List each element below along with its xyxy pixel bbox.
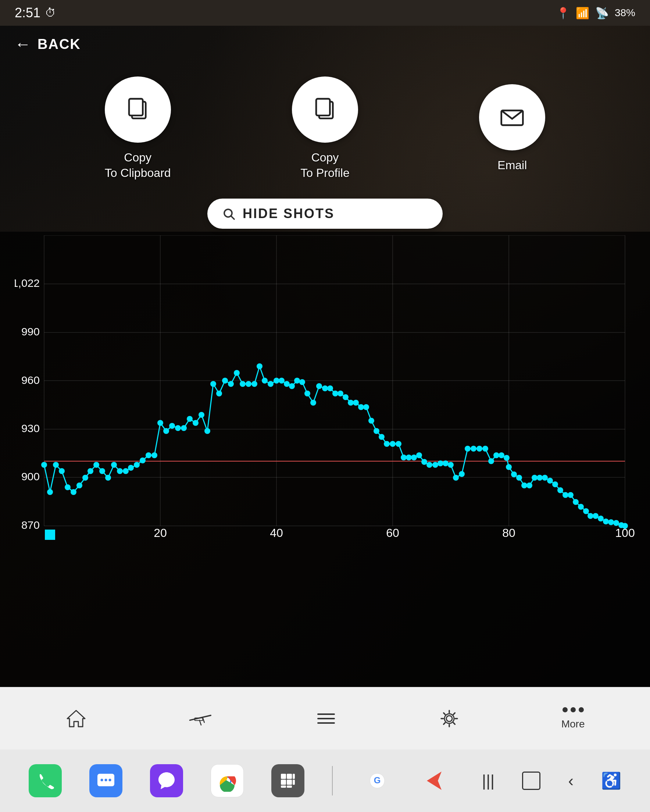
- copy-clipboard-circle: [105, 76, 171, 143]
- home-icon: [65, 708, 87, 730]
- search-icon: [222, 207, 235, 220]
- svg-point-36: [108, 779, 111, 781]
- data-point: [416, 452, 422, 458]
- list-icon: [315, 708, 337, 730]
- nav-rifle[interactable]: [188, 708, 214, 730]
- data-point: [65, 484, 70, 490]
- nav-home[interactable]: [65, 708, 87, 730]
- top-nav: ← BACK: [0, 26, 650, 63]
- data-point: [426, 462, 432, 468]
- svg-text:G: G: [374, 775, 380, 785]
- data-point: [316, 383, 322, 389]
- phone-app-icon[interactable]: [29, 764, 62, 797]
- data-point: [252, 381, 257, 387]
- data-point: [53, 462, 59, 468]
- data-point: [353, 400, 359, 406]
- arrow-app-icon[interactable]: [421, 764, 455, 797]
- data-point: [557, 487, 563, 493]
- more-label: More: [562, 718, 585, 730]
- timer-icon: ⏱: [45, 7, 56, 19]
- data-point: [262, 378, 268, 383]
- data-point: [476, 446, 482, 452]
- data-point: [333, 391, 338, 397]
- nav-list[interactable]: [315, 708, 337, 730]
- data-point: [93, 462, 99, 468]
- data-point: [603, 519, 609, 524]
- grid-app-icon[interactable]: [271, 764, 304, 797]
- copy-clipboard-action[interactable]: Copy To Clipboard: [105, 76, 171, 180]
- data-point: [240, 381, 246, 387]
- data-point: [598, 516, 604, 522]
- data-point: [593, 513, 598, 519]
- data-point: [578, 504, 584, 510]
- data-point: [111, 462, 117, 468]
- y-label-1022: 1,022: [15, 277, 40, 289]
- data-point: [587, 513, 594, 519]
- svg-point-30: [446, 716, 452, 722]
- system-nav: G ||| ‹ ♿: [0, 749, 650, 812]
- accessibility-button[interactable]: ♿: [601, 771, 621, 790]
- data-point: [175, 425, 181, 431]
- x-label-20: 20: [154, 526, 167, 539]
- data-point: [516, 475, 522, 481]
- y-label-900: 900: [21, 470, 40, 482]
- copy-profile-action[interactable]: Copy To Profile: [292, 76, 358, 180]
- home-button[interactable]: [522, 772, 540, 790]
- data-point: [506, 464, 512, 470]
- data-point: [279, 378, 285, 383]
- svg-line-6: [231, 216, 234, 219]
- signal-icon: 📡: [595, 7, 609, 20]
- data-point: [87, 468, 93, 474]
- data-point: [552, 481, 558, 487]
- data-point: [99, 468, 105, 474]
- data-point: [59, 468, 65, 474]
- svg-rect-44: [293, 780, 295, 785]
- data-point: [198, 412, 204, 418]
- data-point: [70, 489, 76, 495]
- svg-marker-22: [67, 710, 85, 727]
- data-point: [448, 462, 454, 468]
- data-point: [304, 391, 310, 397]
- back-button[interactable]: ← BACK: [15, 35, 81, 53]
- wifi-icon: 📶: [576, 7, 589, 20]
- data-point: [511, 472, 517, 477]
- nav-more[interactable]: More: [562, 707, 585, 730]
- data-point: [471, 446, 476, 452]
- svg-rect-1: [129, 99, 143, 116]
- data-point: [406, 455, 412, 461]
- chart-svg: 20 40 60 80 100 870 900 930 960 990 1,02…: [15, 235, 635, 544]
- data-point: [384, 441, 390, 447]
- chrome-app-icon[interactable]: [211, 764, 244, 797]
- hide-shots-button[interactable]: HIDE SHOTS: [208, 198, 442, 229]
- data-point: [537, 475, 543, 481]
- data-point: [573, 499, 579, 505]
- data-point: [322, 385, 328, 391]
- data-point: [499, 452, 504, 458]
- data-point: [438, 461, 443, 466]
- x-label-80: 80: [502, 526, 516, 539]
- location-icon: 📍: [556, 7, 570, 20]
- x-label-60: 60: [386, 526, 399, 539]
- data-point: [234, 370, 240, 376]
- messages-app-icon[interactable]: [89, 764, 122, 797]
- data-point: [547, 478, 553, 484]
- svg-point-34: [101, 779, 103, 781]
- nav-settings[interactable]: [438, 708, 460, 730]
- y-label-870: 870: [21, 519, 40, 531]
- actions-area: Copy To Clipboard Copy To Profile Email: [0, 63, 650, 195]
- data-point: [363, 404, 369, 410]
- data-point: [76, 482, 82, 488]
- hide-shots-label: HIDE SHOTS: [243, 206, 334, 221]
- google-assist-icon[interactable]: G: [361, 764, 394, 797]
- data-point: [289, 383, 295, 389]
- data-point: [542, 475, 548, 481]
- copy-clipboard-icon: [123, 95, 153, 124]
- data-point: [157, 420, 163, 426]
- email-icon: [497, 102, 527, 132]
- chart-container: 20 40 60 80 100 870 900 930 960 990 1,02…: [15, 235, 635, 544]
- viber-app-icon[interactable]: [150, 764, 183, 797]
- back-system-button[interactable]: ‹: [568, 772, 574, 790]
- email-action[interactable]: Email: [479, 84, 545, 173]
- email-label: Email: [497, 158, 527, 173]
- recents-button[interactable]: |||: [482, 772, 494, 790]
